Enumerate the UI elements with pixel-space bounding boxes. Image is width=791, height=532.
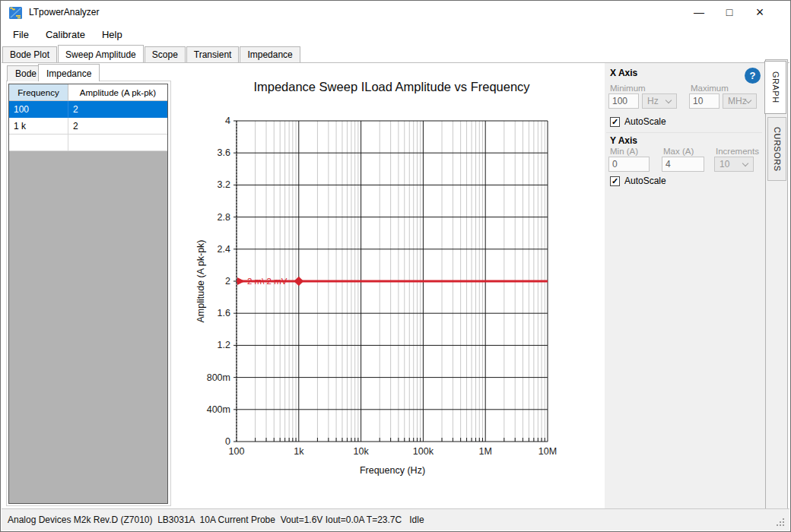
x-autoscale-checkbox[interactable]: ✓ bbox=[610, 117, 620, 127]
y-axis-heading: Y Axis bbox=[610, 135, 637, 146]
column-header-amplitude[interactable]: Amplitude (A pk-pk) bbox=[68, 84, 167, 101]
minimize-button[interactable]: — bbox=[684, 1, 714, 24]
maximize-icon: □ bbox=[726, 6, 732, 18]
y-tick-label: 3.2 bbox=[218, 179, 230, 190]
maximize-button[interactable]: □ bbox=[714, 1, 745, 24]
side-tab-cursors[interactable]: CURSORS bbox=[767, 117, 786, 181]
y-max-input[interactable]: 4 bbox=[662, 157, 704, 172]
x-axis-label: Frequency (Hz) bbox=[237, 465, 548, 476]
section-divider bbox=[606, 132, 762, 133]
y-tick-label: 2.4 bbox=[218, 244, 230, 255]
app-icon bbox=[9, 6, 23, 20]
title-bar: LTpowerAnalyzer — □ × bbox=[1, 1, 790, 24]
column-header-frequency[interactable]: Frequency bbox=[9, 84, 68, 101]
table-empty-area bbox=[9, 151, 167, 503]
close-button[interactable]: × bbox=[745, 1, 775, 24]
x-min-unit-value: Hz bbox=[647, 96, 659, 106]
resize-grip-icon[interactable] bbox=[777, 524, 778, 526]
x-tick-label: 100k bbox=[413, 446, 434, 457]
tab-impedance[interactable]: Impedance bbox=[240, 46, 300, 62]
y-tick-label: 400m bbox=[207, 404, 230, 415]
minimize-icon: — bbox=[694, 6, 704, 18]
window-controls: — □ × bbox=[684, 1, 775, 24]
x-autoscale-row: ✓ AutoScale bbox=[610, 116, 666, 127]
y-tick-label: 2 bbox=[225, 276, 230, 287]
y-tick-label: 2.8 bbox=[218, 212, 230, 223]
x-tick-label: 100 bbox=[229, 446, 245, 457]
x-min-unit-dropdown[interactable]: Hz bbox=[642, 93, 677, 109]
y-axis-label: Amplitude (A pk-pk) bbox=[195, 239, 206, 322]
cell-amplitude[interactable]: 2 bbox=[68, 101, 167, 118]
status-text: Analog Devices M2k Rev.D (Z7010) LB3031A… bbox=[8, 509, 424, 531]
y-autoscale-label: AutoScale bbox=[624, 176, 666, 186]
cell-frequency[interactable] bbox=[9, 135, 68, 151]
x-axis-heading: X Axis bbox=[610, 68, 637, 78]
y-tick-label: 3.6 bbox=[218, 147, 230, 158]
increments-dropdown[interactable]: 10 bbox=[714, 157, 754, 172]
side-tab-strip: GRAPH CURSORS bbox=[765, 59, 788, 510]
y-max-label: Max (A) bbox=[663, 147, 694, 156]
y-tick-label: 800m bbox=[207, 372, 230, 383]
impedance-sweep-chart: 0400m800m1.21.622.42.83.23.641001k10k100… bbox=[173, 63, 605, 510]
chart-title: Impedance Sweep ILoad Amplitude vs Frequ… bbox=[204, 80, 580, 94]
minimum-label: Minimum bbox=[610, 84, 646, 93]
y-tick-label: 0 bbox=[225, 436, 230, 447]
start-marker bbox=[237, 277, 245, 285]
x-autoscale-label: AutoScale bbox=[624, 116, 666, 127]
menu-help[interactable]: Help bbox=[94, 26, 131, 43]
help-button[interactable]: ? bbox=[745, 68, 761, 84]
x-tick-label: 1M bbox=[479, 446, 492, 457]
table-header-row: Frequency Amplitude (A pk-pk) bbox=[9, 84, 167, 101]
x-tick-label: 10M bbox=[538, 446, 557, 457]
sweep-points-table: Frequency Amplitude (A pk-pk) 100 2 1 k … bbox=[8, 84, 168, 504]
x-tick-label: 10k bbox=[354, 446, 370, 457]
status-bar: Analog Devices M2k Rev.D (Z7010) LB3031A… bbox=[2, 508, 789, 530]
close-icon: × bbox=[756, 5, 764, 21]
increments-value: 10 bbox=[720, 159, 729, 169]
x-tick-label: 1k bbox=[294, 446, 304, 457]
y-tick-label: 1.6 bbox=[218, 308, 230, 318]
table-row[interactable] bbox=[9, 135, 167, 151]
maximum-label: Maximum bbox=[691, 84, 729, 93]
graph-settings-panel: X Axis ? Minimum 100 Hz Maximum 10 MHz ✓… bbox=[605, 63, 766, 510]
data-marker bbox=[294, 277, 303, 287]
menu-calibrate[interactable]: Calibrate bbox=[37, 26, 94, 43]
increments-label: Increments bbox=[716, 147, 759, 156]
checkmark-icon: ✓ bbox=[612, 176, 618, 186]
cell-frequency[interactable]: 100 bbox=[9, 101, 68, 118]
sweep-amplitude-page: Bode Impedance Frequency Amplitude (A pk… bbox=[2, 62, 789, 509]
tab-transient[interactable]: Transient bbox=[186, 46, 240, 62]
chart-annotation: 2 m\ 2 mV bbox=[247, 277, 287, 286]
tab-bode-plot[interactable]: Bode Plot bbox=[2, 46, 57, 62]
checkmark-icon: ✓ bbox=[612, 117, 618, 127]
help-icon: ? bbox=[750, 70, 756, 81]
chevron-down-icon bbox=[742, 160, 748, 166]
y-tick-label: 1.2 bbox=[218, 340, 230, 350]
x-max-unit-value: MHz bbox=[728, 96, 747, 106]
x-min-input[interactable]: 100 bbox=[608, 93, 639, 109]
y-tick-label: 4 bbox=[225, 116, 230, 126]
subtab-impedance[interactable]: Impedance bbox=[38, 64, 100, 81]
y-min-label: Min (A) bbox=[610, 147, 638, 156]
cell-amplitude[interactable]: 2 bbox=[68, 118, 167, 135]
side-tab-graph[interactable]: GRAPH bbox=[764, 61, 786, 114]
cell-frequency[interactable]: 1 k bbox=[9, 118, 68, 135]
tab-sweep-amplitude[interactable]: Sweep Amplitude bbox=[58, 45, 144, 62]
y-min-input[interactable]: 0 bbox=[608, 157, 650, 172]
x-max-unit-dropdown[interactable]: MHz bbox=[723, 93, 757, 109]
table-row[interactable]: 1 k 2 bbox=[9, 118, 167, 135]
chevron-down-icon bbox=[666, 97, 672, 103]
x-max-input[interactable]: 10 bbox=[689, 93, 720, 109]
app-window: LTpowerAnalyzer — □ × File Calibrate Hel… bbox=[0, 0, 791, 532]
menu-file[interactable]: File bbox=[5, 26, 37, 43]
window-title: LTpowerAnalyzer bbox=[29, 1, 99, 24]
menu-bar: File Calibrate Help bbox=[1, 24, 790, 45]
tab-scope[interactable]: Scope bbox=[145, 46, 186, 62]
y-autoscale-row: ✓ AutoScale bbox=[610, 176, 666, 186]
main-tab-strip: Bode Plot Sweep Amplitude Scope Transien… bbox=[2, 45, 790, 62]
y-autoscale-checkbox[interactable]: ✓ bbox=[610, 176, 620, 186]
table-row[interactable]: 100 2 bbox=[9, 101, 167, 118]
chart-area: Impedance Sweep ILoad Amplitude vs Frequ… bbox=[173, 63, 605, 510]
cell-amplitude[interactable] bbox=[68, 135, 167, 151]
